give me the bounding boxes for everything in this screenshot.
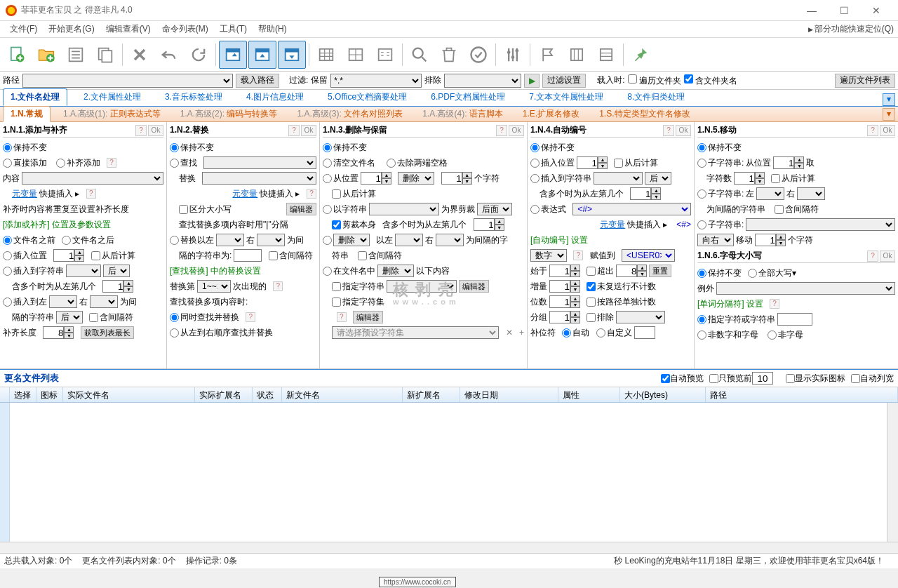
sliders-icon[interactable] [499, 41, 527, 69]
col-icon[interactable]: 图标 [36, 387, 63, 402]
p3-keep-radio[interactable]: 保持不变 [323, 141, 367, 154]
help-icon[interactable]: ? [307, 189, 316, 199]
maximize-button[interactable]: ☐ [828, 0, 860, 21]
p5-move-spin[interactable] [755, 234, 776, 246]
p1-padlen-spin[interactable] [43, 326, 64, 339]
p4-start-spin[interactable] [549, 265, 570, 277]
p5-substr3-radio[interactable]: 子字符串: [697, 218, 744, 231]
horizontal-scrollbar[interactable] [0, 542, 898, 553]
grid1-icon[interactable] [312, 41, 340, 69]
p4-group-spin[interactable] [549, 311, 570, 323]
p4-auto-radio[interactable]: 自动 [562, 326, 589, 339]
p4-expr-radio[interactable]: 表达式 [530, 203, 566, 215]
p1-hou-select[interactable]: 后 [103, 265, 130, 277]
flag-icon[interactable] [533, 41, 561, 69]
p4-multi-spin[interactable] [630, 187, 651, 200]
tab-6-pdf[interactable]: 6.PDF文档属性处理 [423, 88, 513, 106]
p5-keep-radio[interactable]: 保持不变 [697, 141, 742, 154]
menu-tools[interactable]: 工具(T) [214, 22, 253, 36]
p4-noiter-check[interactable]: 未复迭行不计数 [587, 280, 656, 293]
tab-2-attrs[interactable]: 2.文件属性处理 [76, 88, 149, 106]
p3-del2-radio[interactable]: 删除 [323, 234, 370, 246]
col-status[interactable]: 状态 [253, 387, 282, 402]
p1-right-select[interactable] [90, 295, 118, 308]
prevcount-input[interactable] [752, 372, 773, 385]
col-moddate[interactable]: 修改日期 [460, 387, 558, 402]
p4-inspos-spin[interactable] [577, 156, 598, 169]
col-newext[interactable]: 新扩展名 [403, 387, 460, 402]
p2-incsep-check[interactable]: 含间隔符 [269, 249, 313, 262]
help-icon[interactable]: ? [663, 125, 674, 136]
p4-expr-select[interactable]: <#> [572, 203, 691, 215]
p6-keep-radio[interactable]: 保持不变 [697, 267, 742, 279]
p4-custom-input[interactable] [634, 326, 655, 339]
recurse-check[interactable]: 遍历文件夹 [628, 74, 681, 87]
p4-exclude-select[interactable] [616, 311, 665, 323]
p3-delword-select[interactable]: 删除 [377, 265, 414, 277]
subtab-adv3[interactable]: 1.A.高级(3): 文件名对照列表 [290, 107, 410, 121]
p1-getmax-button[interactable]: 获取列表最长 [81, 326, 134, 339]
p4-reset-button[interactable]: 重置 [649, 265, 671, 277]
p4-incr-spin[interactable] [549, 280, 570, 293]
p4-fromback-check[interactable]: 从后计算 [614, 156, 658, 169]
p6-specchar-input[interactable] [777, 313, 812, 326]
p5-dir-select[interactable]: 向右 [697, 234, 734, 246]
p5-substr3-select[interactable] [746, 218, 895, 231]
panel-right-icon[interactable] [219, 41, 247, 69]
p5-substr2-radio[interactable]: 子字符串: [697, 187, 744, 200]
path-select[interactable] [22, 74, 233, 88]
p1-fromback-check[interactable]: 从后计算 [91, 249, 135, 262]
search-icon[interactable] [406, 41, 434, 69]
menu-help[interactable]: 帮助(H) [253, 22, 293, 36]
p6-upper-radio[interactable]: 全部大写▾ [748, 267, 796, 279]
grid2-icon[interactable] [342, 41, 370, 69]
p5-substr-radio[interactable]: 子字符串: [697, 156, 744, 169]
vertical-scrollbar[interactable] [887, 403, 898, 542]
p3-cnt-spin[interactable] [441, 172, 462, 185]
add-icon[interactable]: + [519, 326, 524, 339]
p1-inspos-spin[interactable] [53, 249, 74, 262]
p2-nth-select[interactable]: 1~~1 [197, 280, 231, 293]
p1-content-select[interactable] [22, 172, 163, 185]
p1-incsep-check[interactable]: 含间隔符 [89, 311, 133, 323]
p2-sametime-radio[interactable]: 同时查找并替换 [170, 311, 239, 323]
menu-quick-locate[interactable]: ▶部分功能快速定位(Q) [808, 23, 894, 35]
help-icon[interactable]: ? [86, 189, 96, 199]
col-select[interactable]: 选择 [10, 387, 36, 402]
tab-3-music[interactable]: 3.音乐标签处理 [157, 88, 230, 106]
p2-keep-radio[interactable]: 保持不变 [170, 141, 214, 154]
p5-charnum-spin[interactable] [734, 172, 755, 185]
filter-settings-button[interactable]: 过滤设置 [542, 74, 586, 88]
p3-editor2-button[interactable]: 编辑器 [353, 311, 383, 323]
p3-right-select[interactable] [436, 234, 464, 246]
p4-hou-select[interactable]: 后 [645, 172, 671, 185]
columns2-icon[interactable] [592, 41, 620, 69]
p6-nonchar-radio[interactable]: 非字母 [768, 328, 803, 341]
open-folder-icon[interactable] [32, 41, 60, 69]
clear-icon[interactable]: ✕ [506, 326, 513, 339]
tab-8-sort[interactable]: 8.文件归类处理 [619, 88, 692, 106]
autocol-check[interactable]: 自动列宽 [851, 373, 894, 385]
p3-fromback-check[interactable]: 从后计算 [332, 187, 376, 200]
col-realname[interactable]: 实际文件名 [63, 387, 195, 402]
showicon-check[interactable]: 显示实际图标 [786, 373, 845, 385]
columns1-icon[interactable] [563, 41, 591, 69]
maintabs-dropdown[interactable]: ▾ [883, 93, 895, 106]
menu-file[interactable]: 文件(F) [4, 22, 43, 36]
p4-exclude-check[interactable]: 排除 [587, 311, 614, 323]
p1-sep-select[interactable]: 后 [56, 311, 83, 323]
col-path[interactable]: 路径 [706, 387, 898, 402]
ok-button[interactable]: Ok [676, 125, 691, 136]
keep-select[interactable]: *.* [330, 74, 422, 88]
pin-icon[interactable] [626, 41, 655, 69]
p2-case-check[interactable]: 区分大小写 [179, 203, 232, 215]
subtab-ext[interactable]: 1.E.扩展名修改 [516, 107, 587, 121]
ok-button[interactable]: Ok [880, 250, 895, 262]
p2-repleft-radio[interactable]: 替换以左 [170, 234, 214, 246]
load-path-button[interactable]: 载入路径 [236, 74, 279, 88]
p3-speccharset-check[interactable]: 指定字符集 [332, 295, 384, 308]
p4-custom-radio[interactable]: 自定义 [596, 326, 632, 339]
copy-list-icon[interactable] [91, 41, 119, 69]
p3-bound-select[interactable]: 后面 [477, 203, 512, 215]
p1-multi-spin[interactable] [102, 280, 123, 293]
